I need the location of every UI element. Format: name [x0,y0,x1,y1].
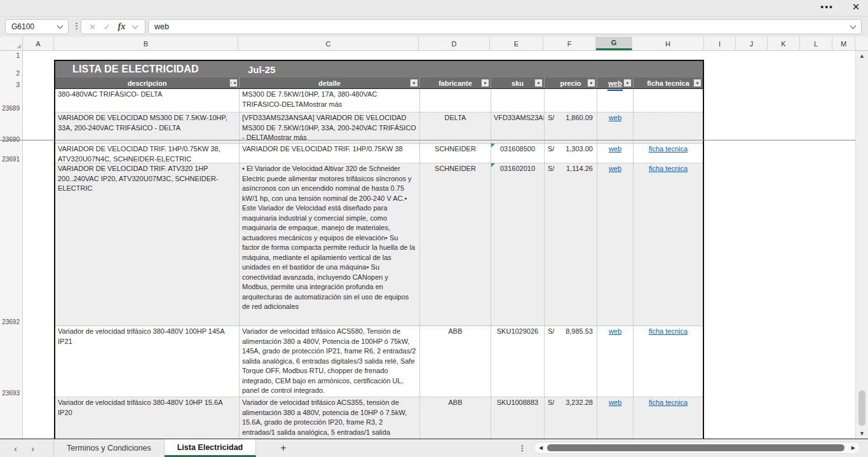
vertical-scrollbar[interactable]: ▲ ▼ [855,51,868,439]
row-header[interactable] [0,397,23,439]
cell-sku[interactable]: 031602010 [491,163,545,326]
web-link[interactable]: web [609,327,621,335]
horizontal-scrollbar[interactable]: ◀ ▶ [534,442,860,454]
web-link[interactable]: web [609,145,621,153]
cell-descripcion[interactable]: VARIADOR DE VELOCIDAD TRIF. ATV320 1HP 2… [55,163,240,326]
row-header[interactable]: 23692 [0,163,23,326]
table-header-sku[interactable]: sku▼ [491,78,545,88]
cell-detalle[interactable]: MS300 DE 7.5KW/10HP, 17A, 380-480VAC TRI… [240,89,420,113]
web-link[interactable]: web [609,165,621,172]
scroll-left-icon[interactable]: ◀ [539,445,543,451]
cell-sku[interactable]: VFD33AMS23ANSAA [491,113,545,144]
formula-input[interactable]: web [148,19,862,34]
sheet-tab-lista-electricidad[interactable]: Lista Electricidad [165,439,257,457]
row-header[interactable]: 23691 [0,144,23,163]
filter-dropdown-icon[interactable]: ▼ [481,79,489,87]
chevron-down-icon[interactable] [57,23,64,29]
cell-a[interactable] [23,113,54,144]
cell-ficha-tecnica[interactable]: ficha tecnica [634,326,703,397]
column-header-F[interactable]: F [543,37,596,50]
cell-a[interactable] [23,326,54,397]
column-header-H[interactable]: H [632,37,704,50]
cell-descripcion[interactable]: Variador de velocidad trifásico 380-480V… [55,397,240,439]
cell-precio[interactable]: S/8,985.53 [545,326,597,397]
scroll-down-icon[interactable]: ▼ [856,430,868,437]
row-header[interactable]: 23690 [0,113,23,144]
cell-web[interactable]: web [597,144,634,163]
more-options-icon[interactable]: ••• [820,2,834,12]
sort-filter-icon[interactable]: ↑▼ [229,79,238,87]
cell-detalle[interactable]: Variador de velocidad trifásico ACS580, … [240,326,420,397]
column-header-B[interactable]: B [54,37,238,50]
cell-descripcion[interactable]: 380-480VAC TRIFÁSICO- DELTA [55,89,240,113]
column-header-L[interactable]: L [800,37,832,50]
cell-a[interactable] [23,89,54,113]
cell-ficha-tecnica[interactable]: ficha tecnica [634,144,703,163]
row-header[interactable]: 2 [0,60,23,78]
cell-a[interactable] [23,144,54,163]
cell-ficha-tecnica[interactable]: ficha tecnica [634,397,703,439]
cell-sku[interactable]: 031608500 [491,144,545,163]
prev-sheet-icon[interactable]: ‹ [14,443,17,454]
scroll-up-icon[interactable]: ▲ [856,53,868,59]
cell-detalle[interactable]: Variador de velocidad trifásico ACS355, … [240,397,420,439]
row-header[interactable]: 1 [0,51,23,60]
cell-fabricante[interactable]: ABB [420,397,491,439]
ficha-tecnica-link[interactable]: ficha tecnica [649,145,688,153]
cell-ficha-tecnica[interactable] [634,113,703,144]
table-header-detalle[interactable]: detalle▼ [240,78,420,88]
cell-sku[interactable]: SKU1008883 [491,397,545,439]
web-link-clipped[interactable] [607,90,623,91]
title-banner[interactable]: LISTA DE ELECTRICIDAD Jul-25 [54,60,704,78]
cell-fabricante[interactable]: SCHNEIDER [420,144,491,163]
row-header[interactable]: 23693 [0,326,23,397]
column-header-C[interactable]: C [238,37,419,50]
close-icon[interactable]: ✕ [849,1,863,13]
vertical-scroll-thumb[interactable] [858,390,865,426]
cell-a[interactable] [23,60,54,78]
cell-precio[interactable]: S/1,303.00 [545,144,597,163]
cell-fabricante[interactable]: ABB [420,326,491,397]
row-header[interactable]: 23689 [0,89,23,113]
cell-web[interactable] [597,89,634,113]
select-all-button[interactable]: ◢ [0,37,23,50]
cell-web[interactable]: web [597,113,634,144]
cell-ficha-tecnica[interactable]: ficha tecnica [634,163,703,326]
filter-dropdown-icon[interactable]: ▼ [534,79,543,87]
cell-descripcion[interactable]: Variador de velocidad trifásico 380-480V… [55,326,240,397]
cell-detalle[interactable]: [VFD33AMS23ANSAA] VARIADOR DE VELOCIDAD … [240,113,420,144]
cell-precio[interactable]: S/3,232.28 [545,397,597,439]
chevron-down-icon[interactable] [132,23,139,29]
ficha-tecnica-link[interactable]: ficha tecnica [649,327,688,335]
cell-a[interactable] [23,397,54,439]
cell-web[interactable]: web [597,163,634,326]
cell-a[interactable] [23,78,54,89]
column-header-K[interactable]: K [768,37,800,50]
cell-fabricante[interactable] [420,89,491,113]
column-header-M[interactable]: M [832,37,855,50]
cell-ficha-tecnica[interactable] [634,89,703,113]
filter-dropdown-icon[interactable]: ▼ [587,79,595,87]
ficha-tecnica-link[interactable]: ficha tecnica [649,399,688,406]
ficha-tecnica-link[interactable]: ficha tecnica [649,165,688,172]
table-header-descripcion[interactable]: descripcion↑▼ [55,78,240,88]
cancel-icon[interactable]: ✕ [89,22,96,32]
cell-descripcion[interactable]: VARIADOR DE VELOCIDAD TRIF. 1HP/0.75KW 3… [55,144,240,163]
row-header[interactable]: 3 [0,78,23,89]
next-sheet-icon[interactable]: › [31,443,34,454]
cell-descripcion[interactable]: VARIADOR DE VELOCIDAD MS300 DE 7.5KW-10H… [55,113,240,144]
cell-detalle[interactable]: • El Variador de Velocidad Altivar 320 d… [240,163,420,326]
formula-expand-icon[interactable] [850,23,857,29]
cell-sku[interactable]: SKU1029026 [491,326,545,397]
cell-web[interactable]: web [597,326,634,397]
cell-fabricante[interactable]: SCHNEIDER [420,163,491,326]
cell-precio[interactable]: S/1,860.09 [545,113,597,144]
cell-web[interactable]: web [597,397,634,439]
column-header-I[interactable]: I [704,37,736,50]
column-header-E[interactable]: E [490,37,543,50]
cell-a[interactable] [23,163,54,326]
horizontal-scroll-thumb[interactable] [547,444,844,451]
confirm-icon[interactable]: ✓ [104,22,111,32]
table-header-ficha-tecnica[interactable]: ficha tecnica▼ [634,78,703,88]
filter-dropdown-icon[interactable]: ▼ [693,79,702,87]
